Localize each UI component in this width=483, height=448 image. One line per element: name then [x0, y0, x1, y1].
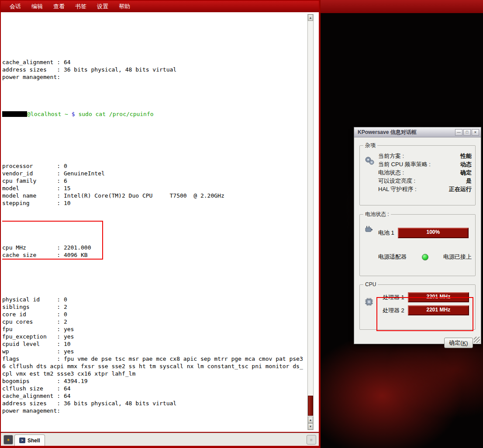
cpu-label: 处理器 1	[383, 294, 404, 301]
terminal-line: model : 15	[2, 185, 308, 192]
status-label: 可以设定亮度 :	[378, 177, 415, 185]
prompt-line: @localhost ~ $ sudo cat /proc/cpuinfo	[2, 110, 308, 118]
tab-shell[interactable]: > Shell	[14, 434, 45, 446]
status-label: 电池状态 :	[378, 169, 404, 177]
terminal-line: cpu cores : 2	[2, 318, 308, 325]
status-row: HAL 守护程序 : 正在运行	[378, 185, 472, 193]
new-session-button[interactable]: ✶	[3, 435, 13, 445]
minimize-button-icon[interactable]: —	[455, 129, 462, 136]
redacted-username	[2, 111, 27, 117]
misc-group-legend: 杂项	[363, 142, 377, 149]
terminal-line-highlighted: cache size : 4096 KB	[2, 251, 102, 259]
status-label: HAL 守护程序 :	[378, 185, 417, 193]
terminal-line: core id : 0	[2, 311, 308, 318]
cpu-row: 处理器 1 2201 MHz	[383, 292, 472, 302]
cpu-frequency-bar: 2201 MHz	[408, 292, 469, 302]
session-list-button[interactable]: ≡	[307, 435, 316, 445]
status-value: 性能	[460, 152, 472, 160]
status-row: 可以设定亮度 : 是	[378, 177, 472, 185]
terminal-line: wp : yes	[2, 348, 308, 355]
status-value: 是	[466, 177, 472, 185]
dialog-body: 杂项 当前方案 : 性能	[354, 137, 481, 344]
terminal-line: fpu_exception : yes	[2, 333, 308, 340]
misc-rows: 当前方案 : 性能 当前 CPU 频率策略 : 动态 电池状态 : 确定	[378, 152, 472, 193]
status-row: 电池状态 : 确定	[378, 168, 472, 177]
cpu-row: 处理器 2 2201 MHz	[383, 305, 472, 315]
terminal-line: power management:	[2, 73, 308, 81]
terminal-line: address sizes : 36 bits physical, 48 bit…	[2, 400, 308, 407]
resize-grip[interactable]	[474, 337, 480, 343]
cpu-frequency-bar: 2201 MHz	[408, 305, 469, 315]
battery-group: 电池状态 : 电池 1 100% 电源适配器 电源已接上	[359, 211, 476, 276]
status-value: 动态	[460, 161, 472, 168]
scroll-down-button[interactable]: ▼	[308, 423, 313, 430]
menu-item[interactable]: 查看	[48, 3, 70, 10]
cpu-group-legend: CPU	[363, 281, 378, 287]
terminal-output[interactable]: cache_alignment : 64address sizes : 36 b…	[2, 14, 308, 430]
maximize-button-icon[interactable]: □	[463, 129, 471, 136]
terminal-line	[2, 81, 308, 88]
status-row: 当前方案 : 性能	[378, 152, 472, 160]
cpu0-output-rest: physical id : 0siblings : 2core id : 0cp…	[2, 274, 308, 422]
terminal-line: address sizes : 36 bits physical, 48 bit…	[2, 66, 308, 73]
background-window-titlebar[interactable]	[321, 0, 483, 14]
cpu-label: 处理器 2	[383, 307, 404, 315]
terminal-line: cpuid level : 10	[2, 340, 308, 348]
misc-group: 杂项 当前方案 : 性能	[359, 142, 476, 205]
terminal-line: 6 clflush dts acpi mmx fxsr sse sse2 ss …	[2, 363, 308, 370]
terminal-line: processor : 0	[2, 162, 308, 170]
dialog-titlebar[interactable]: KPowersave 信息对话框 — □ ×	[354, 127, 481, 137]
terminal-line-highlighted: cpu MHz : 2201.000	[2, 244, 102, 251]
status-label: 当前方案 :	[378, 152, 404, 160]
terminal-line: clflush size : 64	[2, 385, 308, 392]
status-value: 正在运行	[449, 185, 472, 193]
tab-label: Shell	[28, 438, 40, 444]
menu-item[interactable]: 编辑	[26, 3, 48, 10]
menu-item[interactable]: 帮助	[114, 3, 135, 10]
scrollback-tail: cache_alignment : 64address sizes : 36 b…	[2, 36, 308, 88]
menubar: 会话 编辑 查看 书签 设置 帮助	[1, 1, 319, 12]
status-value: 确定	[460, 169, 472, 177]
terminal-line: flags : fpu vme de pse tsc msr pae mce c…	[2, 355, 308, 363]
terminal-line: power management:	[2, 407, 308, 414]
window-buttons: — □ ×	[455, 129, 479, 136]
terminal-line: vendor_id : GenuineIntel	[2, 170, 308, 177]
battery-label: 电池 1	[378, 229, 394, 237]
terminal-line: cpl vmx est tm2 ssse3 cx16 xtpr lahf_lm	[2, 370, 308, 377]
terminal-scrollbar[interactable]: ▲ ▲ ▼	[307, 14, 314, 430]
terminal-line: cpu family : 6	[2, 177, 308, 185]
battery-icon	[364, 225, 374, 236]
cpu-group: CPU 处理器 1 2201 MHz	[359, 281, 476, 330]
cpu0-annotation-box: cpu MHz : 2201.000cache size : 4096 KB	[2, 222, 102, 259]
menu-item[interactable]: 设置	[92, 3, 114, 10]
scroll-up-button-bottom[interactable]: ▲	[308, 417, 313, 423]
battery-row: 电池 1 100%	[378, 228, 472, 238]
ok-button[interactable]: 确定(K)	[444, 338, 473, 348]
terminal-line: fpu : yes	[2, 325, 308, 333]
shell-icon: >	[19, 438, 25, 443]
terminal-line: siblings : 2	[2, 303, 308, 311]
terminal-line: cache_alignment : 64	[2, 58, 308, 66]
terminal-line: physical id : 0	[2, 296, 308, 303]
terminal-window: 会话 编辑 查看 书签 设置 帮助 cache_alignment : 64ad…	[0, 0, 320, 448]
status-row: 当前 CPU 频率策略 : 动态	[378, 160, 472, 168]
terminal-area: cache_alignment : 64address sizes : 36 b…	[1, 12, 319, 432]
terminal-line: stepping : 10	[2, 199, 308, 207]
gears-icon	[364, 156, 375, 168]
terminal-line: model name : Intel(R) Core(TM)2 Duo CPU …	[2, 192, 308, 199]
menu-item[interactable]: 书签	[70, 3, 92, 10]
scrollbar-thumb[interactable]	[308, 396, 313, 416]
scroll-up-button[interactable]: ▲	[308, 14, 313, 21]
adapter-row: 电源适配器 电源已接上	[378, 253, 472, 261]
prompt-host: @localhost ~	[27, 111, 72, 117]
adapter-label: 电源适配器	[378, 253, 407, 261]
scrollbar-track[interactable]	[308, 21, 313, 417]
button-row: 确定(K)	[359, 335, 476, 348]
menu-item[interactable]: 会话	[4, 3, 26, 10]
close-button-icon[interactable]: ×	[472, 129, 479, 136]
prompt-command: sudo cat /proc/cpuinfo	[78, 111, 153, 117]
dialog-title: KPowersave 信息对话框	[358, 129, 455, 136]
ok-accel-key: K	[462, 340, 466, 346]
cpu-rows: 处理器 1 2201 MHz 处理器 2 2201 MHz	[383, 292, 472, 315]
adapter-status: 电源已接上	[443, 253, 472, 261]
